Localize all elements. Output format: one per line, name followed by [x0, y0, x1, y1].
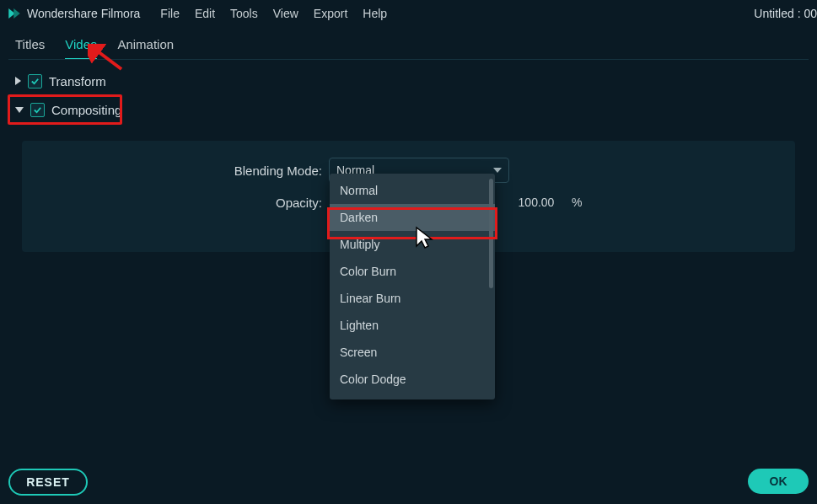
checkbox-compositing[interactable]	[30, 103, 45, 117]
disclosure-right-icon[interactable]	[15, 77, 21, 85]
menu-edit[interactable]: Edit	[195, 7, 215, 20]
dropdown-option-multiply[interactable]: Multiply	[330, 231, 495, 258]
checkbox-transform[interactable]	[28, 74, 42, 88]
tab-animation[interactable]: Animation	[117, 37, 174, 60]
menu-export[interactable]: Export	[314, 7, 347, 20]
dropdown-option-screen[interactable]: Screen	[330, 339, 495, 366]
app-title: Wondershare Filmora	[27, 7, 140, 20]
menubar: Wondershare Filmora File Edit Tools View…	[0, 0, 817, 27]
properties-tabs: Titles Video Animation	[0, 27, 817, 60]
disclosure-down-icon[interactable]	[15, 107, 24, 113]
tab-titles[interactable]: Titles	[15, 37, 45, 60]
chevron-down-icon	[493, 168, 502, 173]
footer: RESET OK	[0, 469, 817, 496]
dropdown-option-lighten[interactable]: Lighten	[330, 312, 495, 339]
menu-help[interactable]: Help	[363, 7, 387, 20]
menu-tools[interactable]: Tools	[230, 7, 258, 20]
section-compositing-label: Compositing	[51, 103, 121, 117]
menu-file[interactable]: File	[160, 7, 180, 20]
dropdown-option-normal[interactable]: Normal	[330, 177, 495, 204]
section-transform[interactable]: Transform	[10, 67, 807, 95]
app-logo-icon	[7, 6, 22, 21]
section-transform-label: Transform	[49, 74, 106, 88]
opacity-label: Opacity:	[22, 196, 329, 210]
section-compositing[interactable]: Compositing	[10, 95, 807, 124]
dropdown-option-darken[interactable]: Darken	[330, 204, 495, 231]
blending-mode-label: Blending Mode:	[22, 164, 329, 178]
project-name: Untitled : 00	[754, 0, 817, 27]
tab-separator	[8, 59, 809, 60]
dropdown-option-color-dodge[interactable]: Color Dodge	[330, 366, 495, 393]
menu-items: File Edit Tools View Export Help	[160, 7, 387, 20]
opacity-unit: %	[572, 196, 582, 209]
ok-button[interactable]: OK	[748, 469, 809, 494]
tab-video[interactable]: Video	[65, 37, 97, 60]
dropdown-option-color-burn[interactable]: Color Burn	[330, 258, 495, 285]
dropdown-option-linear-burn[interactable]: Linear Burn	[330, 285, 495, 312]
opacity-value[interactable]: 100.00	[506, 196, 567, 209]
blending-mode-dropdown[interactable]: Normal Darken Multiply Color Burn Linear…	[330, 174, 495, 399]
dropdown-scrollbar[interactable]	[489, 179, 493, 288]
reset-button[interactable]: RESET	[8, 469, 88, 496]
menu-view[interactable]: View	[273, 7, 298, 20]
sections: Transform Compositing	[0, 60, 817, 124]
